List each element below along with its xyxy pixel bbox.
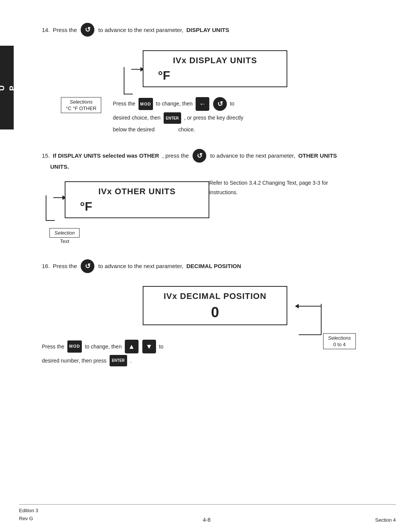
sidebar-tab: INPUTS <box>0 46 14 129</box>
instr-line1-15: Refer to Section 3.4.2 Changing Text, pa… <box>209 178 328 188</box>
section14-pre: Press the <box>53 27 77 33</box>
section14: 14. Press the ↺ to advance to the next p… <box>42 23 388 134</box>
refresh-icon-16[interactable]: ↺ <box>81 259 94 273</box>
section15-post: to advance to the next parameter, <box>210 152 295 159</box>
section15-left: IVx OTHER UNITS °F Selection Text <box>49 174 194 244</box>
section15-units: UNITS. <box>50 163 388 170</box>
display-box-15: IVx OTHER UNITS °F <box>65 181 209 218</box>
section14-header: 14. Press the ↺ to advance to the next p… <box>42 23 388 37</box>
section15-bold: If DISPLAY UNITS selected was OTHER <box>53 152 159 159</box>
instr-mid-14: to change, then <box>156 99 193 109</box>
section15-body: IVx OTHER UNITS °F Selection Text Refer … <box>49 174 388 244</box>
up-icon-16[interactable]: ▲ <box>125 340 139 353</box>
mod-icon-14[interactable]: MOD <box>139 98 153 110</box>
display-box-value-15: °F <box>73 200 201 214</box>
selections-title-14: Selections <box>66 99 96 105</box>
display-box-14: IVx DISPLAY UNITS °F <box>143 50 287 87</box>
display-box-16: IVx DECIMAL POSITION 0 <box>143 286 287 325</box>
selections-title-16: Selections <box>328 335 351 341</box>
sel-instr-row-14: Selections °C °F OTHER Press the MOD to … <box>61 97 388 134</box>
section14-param: DISPLAY UNITS <box>186 27 229 33</box>
footer: Edition 3 Rev G 4-8 Section 4 <box>19 504 396 523</box>
arrow-left-icon-14[interactable]: ← <box>196 97 209 111</box>
display-box-title-14: IVx DISPLAY UNITS <box>151 56 279 66</box>
section-label: Section 4 <box>375 517 396 523</box>
display-box-value-14: °F <box>151 69 279 83</box>
section16-pre: Press the <box>53 263 77 269</box>
section14-post: to advance to the next parameter, <box>98 27 183 33</box>
instr-line2-16: desired number, then press ENTER . <box>42 355 388 366</box>
main-content: 14. Press the ↺ to advance to the next p… <box>19 0 411 532</box>
rev: Rev G <box>19 515 38 523</box>
refresh-icon-14[interactable]: ↺ <box>81 23 94 37</box>
selections-options-14: °C °F OTHER <box>66 105 96 111</box>
page-number: 4-8 <box>203 517 210 523</box>
display-box-title-16: IVx DECIMAL POSITION <box>151 291 279 301</box>
display-box-value-16: 0 <box>151 304 279 321</box>
edition: Edition 3 <box>19 507 38 515</box>
section16-header: 16. Press the ↺ to advance to the next p… <box>42 259 388 273</box>
instr-line3-14: below the desired choice. <box>113 125 243 134</box>
down-icon-16[interactable]: ▼ <box>142 340 156 353</box>
section16-param: DECIMAL POSITION <box>186 263 241 269</box>
instr-line1-14: Press the MOD to change, then ← ↺ to <box>113 97 243 111</box>
selection-title-15: Selection <box>54 230 75 236</box>
section15: 15. If DISPLAY UNITS selected was OTHER … <box>42 149 388 244</box>
enter-icon-14[interactable]: ENTER <box>164 112 181 124</box>
selection-box-15: Selection <box>49 228 80 238</box>
mod-icon-16[interactable]: MOD <box>67 340 82 353</box>
section15-param: OTHER UNITS <box>298 152 337 159</box>
section14-number: 14. <box>42 27 50 33</box>
instr-line2-14: desired choice, then ENTER , or press th… <box>113 112 243 124</box>
footer-left: Edition 3 Rev G <box>19 507 38 523</box>
section15-right: Refer to Section 3.4.2 Changing Text, pa… <box>209 174 328 197</box>
section15-mid: , press the <box>162 152 189 159</box>
section16-post: to advance to the next parameter, <box>98 263 183 269</box>
enter-icon-16[interactable]: ENTER <box>110 355 127 366</box>
selections-options-16: 0 to 4 <box>328 342 351 347</box>
selection-sub-15: Text <box>60 238 69 244</box>
refresh-icon-15[interactable]: ↺ <box>193 149 206 163</box>
instructions-14: Press the MOD to change, then ← ↺ to des… <box>113 97 243 134</box>
instr-line2-15: instructions. <box>209 188 328 197</box>
refresh-icon-14b[interactable]: ↺ <box>213 97 227 111</box>
selections-box-16: Selections 0 to 4 <box>323 333 356 349</box>
section16: 16. Press the ↺ to advance to the next p… <box>42 259 388 366</box>
section15-number: 15. <box>42 152 50 159</box>
instr-pre-14: Press the <box>113 99 135 109</box>
section16-number: 16. <box>42 263 50 269</box>
display-box-title-15: IVx OTHER UNITS <box>73 187 201 197</box>
selections-box-14: Selections °C °F OTHER <box>61 97 101 113</box>
section15-header: 15. If DISPLAY UNITS selected was OTHER … <box>42 149 388 163</box>
